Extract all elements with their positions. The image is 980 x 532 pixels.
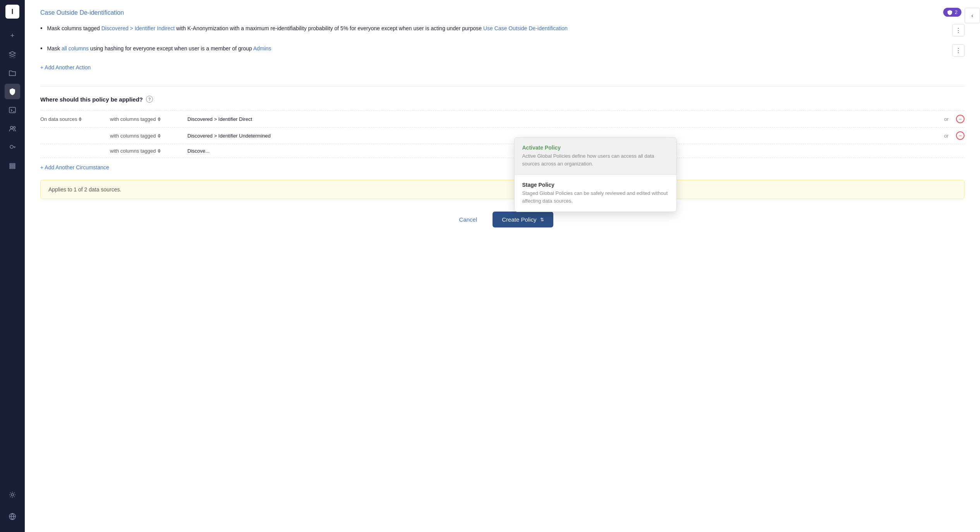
action2-link2[interactable]: Admins: [253, 45, 271, 52]
svg-point-3: [10, 145, 13, 148]
filter-chevron-2[interactable]: [158, 134, 161, 138]
cancel-button[interactable]: Cancel: [451, 212, 485, 227]
sidebar-icon-globe[interactable]: [5, 509, 20, 524]
sidebar: I +: [0, 0, 25, 532]
sidebar-icon-folder[interactable]: [5, 65, 20, 81]
activate-policy-title: Activate Policy: [522, 145, 669, 151]
action2-menu-btn[interactable]: ⋮: [952, 44, 965, 57]
svg-rect-5: [10, 165, 15, 167]
create-policy-chevron-icon: ⇅: [540, 217, 544, 222]
circ-or-1: or: [937, 116, 956, 122]
circ-filter-2: with columns tagged: [110, 133, 187, 139]
info-bar: Applies to 1 of 2 data sources.: [40, 180, 965, 199]
activate-policy-desc: Active Global Policies define how users …: [522, 152, 669, 167]
remove-circle-2[interactable]: −: [956, 131, 965, 140]
circ-filter-select-3[interactable]: with columns tagged: [110, 148, 161, 154]
policy-badge[interactable]: 2: [943, 8, 961, 17]
info-bar-text: Applies to 1 of 2 data sources.: [48, 186, 121, 193]
circ-remove-2[interactable]: −: [956, 131, 965, 140]
where-title: Where should this policy be applied?: [40, 96, 143, 103]
sidebar-icon-plus[interactable]: +: [5, 28, 20, 43]
circ-value-1: Discovered > Identifier Direct: [187, 116, 937, 122]
stage-policy-desc: Staged Global Policies can be safely rev…: [522, 189, 669, 205]
sidebar-icon-shield[interactable]: [5, 84, 20, 99]
circ-row-1: On data sources with columns tagged: [40, 110, 965, 127]
filter-chevron-1[interactable]: [158, 117, 161, 121]
dropdown-option-activate[interactable]: Activate Policy Active Global Policies d…: [515, 138, 676, 175]
sidebar-icon-layers[interactable]: [5, 46, 20, 62]
on-data-sources-chevron[interactable]: [79, 117, 82, 121]
sidebar-icon-settings[interactable]: [5, 487, 20, 503]
svg-rect-0: [9, 107, 15, 113]
bullet-2: •: [40, 45, 43, 52]
circ-filter-1: with columns tagged: [110, 116, 187, 122]
stage-policy-title: Stage Policy: [522, 182, 669, 188]
remove-circle-1[interactable]: −: [956, 115, 965, 123]
right-panel-toggle[interactable]: ‹: [965, 8, 980, 23]
svg-point-1: [10, 126, 13, 129]
action1-link1[interactable]: Discovered > Identifier Indirect: [101, 25, 175, 31]
create-policy-dropdown: Activate Policy Active Global Policies d…: [514, 137, 677, 212]
sidebar-icon-list[interactable]: [5, 158, 20, 174]
sidebar-icon-key[interactable]: [5, 139, 20, 155]
action2-link1[interactable]: all columns: [62, 45, 89, 52]
sidebar-icon-terminal[interactable]: [5, 102, 20, 118]
circ-row-2: with columns tagged Discovered > Identif…: [40, 127, 965, 144]
dropdown-option-stage[interactable]: Stage Policy Staged Global Policies can …: [515, 175, 676, 212]
help-icon[interactable]: ?: [146, 96, 153, 103]
footer: Cancel Create Policy ⇅ Activate Policy A…: [40, 212, 965, 243]
badge-count: 2: [955, 9, 958, 15]
action-item-1: • Mask columns tagged Discovered > Ident…: [40, 24, 965, 36]
circ-or-2: or: [937, 133, 956, 139]
circ-filter-select-1[interactable]: with columns tagged: [110, 116, 161, 122]
action1-link2[interactable]: Use Case Outside De-identification: [483, 25, 568, 31]
where-section: Where should this policy be applied? ? O…: [40, 86, 965, 170]
circ-filter-select-2[interactable]: with columns tagged: [110, 133, 161, 139]
circ-row-3: with columns tagged Discove...: [40, 144, 965, 158]
policy-title-link[interactable]: Case Outside De-identification: [40, 9, 124, 16]
filter-chevron-3[interactable]: [158, 149, 161, 153]
action-item-2: • Mask all columns using hashing for eve…: [40, 44, 965, 57]
main-content: ‹ 2 Case Outside De-identification • Mas…: [25, 0, 980, 532]
sidebar-bottom: [5, 487, 20, 527]
circumstances-container: On data sources with columns tagged: [40, 110, 965, 158]
svg-rect-4: [10, 164, 15, 165]
action-text-1: Mask columns tagged Discovered > Identif…: [47, 24, 949, 33]
svg-point-7: [11, 494, 14, 496]
sidebar-icon-users[interactable]: [5, 121, 20, 136]
create-policy-button[interactable]: Create Policy ⇅: [493, 212, 553, 227]
circ-remove-1[interactable]: −: [956, 115, 965, 123]
on-data-sources-label: On data sources: [40, 116, 110, 122]
action-text-2: Mask all columns using hashing for every…: [47, 44, 949, 53]
circ-filter-3: with columns tagged: [110, 148, 187, 154]
svg-point-2: [14, 127, 15, 129]
on-data-sources-select[interactable]: On data sources: [40, 116, 110, 122]
bullet-1: •: [40, 25, 43, 32]
add-action-link[interactable]: + Add Another Action: [40, 64, 965, 71]
chevron-left-icon: ‹: [971, 12, 973, 19]
create-policy-label: Create Policy: [502, 216, 536, 223]
add-circumstance-link[interactable]: + Add Another Circumstance: [40, 164, 965, 170]
action1-menu-btn[interactable]: ⋮: [952, 24, 965, 36]
app-logo: I: [5, 5, 19, 19]
svg-rect-6: [10, 167, 15, 169]
where-header: Where should this policy be applied? ?: [40, 96, 965, 103]
